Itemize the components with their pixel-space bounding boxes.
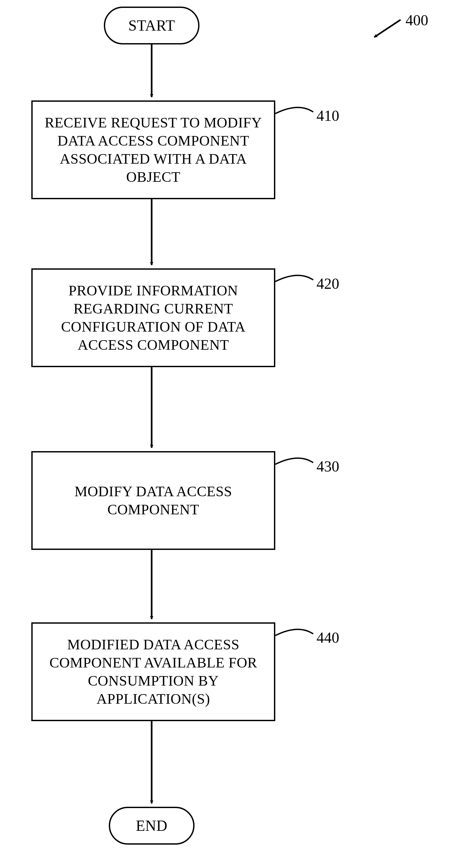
process-step-430: MODIFY DATA ACCESS COMPONENT: [31, 451, 275, 550]
leader-430: [275, 458, 313, 464]
figure-ref-label: 400: [405, 11, 428, 29]
end-terminator: END: [109, 807, 195, 845]
leader-410: [275, 107, 313, 114]
leader-440: [275, 629, 313, 636]
ref-label-440: 440: [316, 629, 339, 646]
process-step-420: PROVIDE INFORMATION REGARDING CURRENT CO…: [31, 268, 275, 367]
process-step-410: RECEIVE REQUEST TO MODIFY DATA ACCESS CO…: [31, 100, 275, 199]
start-terminator: START: [104, 7, 199, 44]
leader-420: [275, 275, 313, 282]
figure-ref-arrow: [374, 20, 400, 37]
ref-label-430: 430: [316, 458, 339, 475]
ref-label-420: 420: [316, 275, 339, 292]
flowchart-canvas: START RECEIVE REQUEST TO MODIFY DATA ACC…: [0, 0, 451, 868]
process-step-440: MODIFIED DATA ACCESS COMPONENT AVAILABLE…: [31, 622, 275, 721]
ref-label-410: 410: [316, 107, 339, 124]
